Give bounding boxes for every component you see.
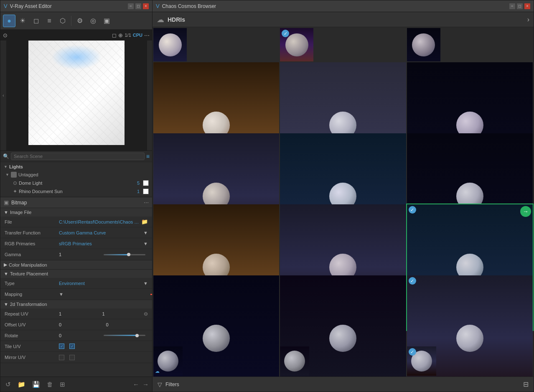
lights-tab[interactable]: ● bbox=[3, 15, 15, 27]
props-titlebar: ▣ Bitmap ⋯ bbox=[0, 197, 152, 208]
rgb-primaries-value: sRGB Primaries bbox=[59, 241, 143, 246]
mapping-label: Mapping bbox=[5, 292, 59, 297]
color-manip-chevron: ▶ bbox=[4, 262, 7, 267]
item-9-check-badge: ✓ bbox=[409, 206, 416, 214]
filters-icon: ▽ bbox=[158, 381, 162, 388]
vray-close-button[interactable]: × bbox=[143, 3, 149, 9]
item-15-check-badge: ✓ bbox=[409, 348, 416, 356]
forward-button[interactable]: → bbox=[142, 381, 149, 388]
rhino-doc-sun-item[interactable]: ✦ Rhino Document Sun 1 bbox=[0, 187, 152, 196]
delete-button[interactable]: 🗑 bbox=[45, 379, 55, 389]
2d-transform-label: 2d Transformation bbox=[10, 302, 47, 307]
repeat-uv-row: Repeat U/V 1 1 ⊖ bbox=[0, 308, 152, 319]
mapping-arrow-annotation bbox=[150, 291, 152, 298]
scene-search-bar: 🔍 ≡ bbox=[0, 151, 152, 162]
filters-label: Filters bbox=[165, 382, 520, 387]
vray-bottom-bar: ↺ 📁 💾 🗑 ⊞ ← → bbox=[0, 377, 152, 392]
hdri-item-15[interactable]: ✓ bbox=[407, 346, 436, 376]
open-button[interactable]: 📁 bbox=[16, 379, 27, 390]
vray-maximize-button[interactable]: □ bbox=[135, 3, 141, 9]
cosmos-minimize-button[interactable]: − bbox=[509, 3, 515, 9]
output-tab[interactable]: ▣ bbox=[100, 15, 113, 27]
image-file-section: ▼ Image File File C:\Users\Rentasf\Docum… bbox=[0, 208, 152, 260]
rhino-sun-swatch[interactable] bbox=[143, 188, 149, 194]
vray-minimize-button[interactable]: − bbox=[128, 3, 134, 9]
tile-u-checkbox[interactable]: ✓ bbox=[59, 344, 64, 349]
gamma-slider-thumb bbox=[127, 253, 130, 256]
file-path-value: C:\Users\Rentasf\Documents\Chaos Cosmo..… bbox=[59, 219, 141, 224]
back-button[interactable]: ← bbox=[133, 381, 139, 388]
cosmos-close-button[interactable]: × bbox=[524, 3, 530, 9]
viewport-right-collapse[interactable] bbox=[147, 41, 152, 150]
render-tab[interactable]: ◎ bbox=[87, 15, 99, 27]
dome-light-swatch[interactable] bbox=[143, 180, 149, 186]
sphere-thumb-12 bbox=[456, 325, 483, 352]
cosmos-titlebar: V Chaos Cosmos Browser − □ × bbox=[153, 0, 534, 12]
image-file-header[interactable]: ▼ Image File bbox=[0, 208, 152, 216]
repeat-link-icon: ⊖ bbox=[144, 311, 148, 317]
viewport-camera-icon[interactable]: ⊙ bbox=[3, 32, 8, 38]
viewport-resolution: 1/1 bbox=[125, 33, 131, 38]
viewport-left-collapse[interactable]: ‹ bbox=[0, 41, 6, 150]
color-manipulation-header[interactable]: ▶ Color Manipulation bbox=[0, 260, 152, 269]
bitmap-icon: ▣ bbox=[4, 199, 9, 206]
cosmos-logo-icon: V bbox=[156, 3, 160, 9]
item-9-action-button[interactable]: → bbox=[520, 206, 531, 217]
add-button[interactable]: ⊞ bbox=[58, 379, 67, 390]
sphere-thumb-10 bbox=[203, 325, 230, 352]
2d-transform-header[interactable]: ▼ 2d Transformation bbox=[0, 300, 152, 308]
settings-tab[interactable]: ⚙ bbox=[74, 15, 86, 27]
repeat-v-value: 1 bbox=[102, 311, 141, 316]
image-file-chevron: ▼ bbox=[4, 210, 8, 215]
mapping-dropdown-arrow[interactable]: ▼ bbox=[59, 292, 64, 297]
mirror-v-checkbox[interactable] bbox=[69, 355, 75, 360]
viewport-cpu-label: CPU bbox=[133, 33, 142, 38]
mirror-u-checkbox[interactable] bbox=[59, 355, 64, 360]
sphere-thumb-14 bbox=[284, 351, 305, 372]
hdri-item-14[interactable] bbox=[280, 346, 309, 376]
view-toggle-button[interactable]: ⊟ bbox=[523, 380, 529, 388]
lights-untagged-group[interactable]: ▼ Untagged bbox=[0, 171, 152, 179]
cosmos-expand-button[interactable]: › bbox=[527, 16, 529, 23]
hdri-item-13[interactable]: ☁ bbox=[153, 346, 183, 376]
hdri-item-top-3[interactable] bbox=[407, 28, 440, 61]
hdri-item-top-1[interactable] bbox=[153, 28, 187, 61]
viewport-frame-icon[interactable]: ◻ bbox=[112, 32, 117, 38]
texture-placement-chevron: ▼ bbox=[4, 271, 8, 276]
viewport-right-icons: ◻ ⊕ 1/1 CPU ⋯ bbox=[112, 32, 150, 38]
transfer-fn-dropdown[interactable]: ▼ bbox=[143, 230, 148, 235]
cosmos-maximize-button[interactable]: □ bbox=[517, 3, 523, 9]
hdri-item-top-2[interactable]: ✓ bbox=[280, 28, 313, 61]
dome-light-icon: ⊙ bbox=[13, 180, 17, 186]
dome-light-item[interactable]: ⊙ Dome Light 5 bbox=[0, 179, 152, 187]
geometry-tab[interactable]: ◻ bbox=[30, 15, 42, 27]
save-button[interactable]: 💾 bbox=[31, 379, 42, 390]
rotate-label: Rotate bbox=[5, 333, 59, 338]
gamma-label: Gamma bbox=[5, 252, 59, 257]
sun-tab[interactable]: ☀ bbox=[16, 15, 29, 27]
viewport-stereo-icon[interactable]: ⊕ bbox=[118, 32, 123, 38]
texture-placement-header[interactable]: ▼ Texture Placement bbox=[0, 270, 152, 278]
search-input[interactable] bbox=[11, 153, 145, 160]
filter-toggle-button[interactable]: ≡ bbox=[146, 153, 150, 160]
reset-button[interactable]: ↺ bbox=[4, 379, 13, 390]
layers-tab[interactable]: ≡ bbox=[43, 15, 56, 27]
sphere-2 bbox=[285, 33, 308, 56]
file-label: File bbox=[5, 219, 59, 224]
cosmos-topbar: ☁ HDRIs › bbox=[153, 12, 534, 27]
browse-file-button[interactable]: 📁 bbox=[141, 219, 148, 225]
rotate-slider[interactable] bbox=[104, 335, 146, 336]
rgb-primaries-row: RGB Primaries sRGB Primaries ▼ bbox=[0, 238, 152, 249]
materials-tab[interactable]: ⬡ bbox=[56, 15, 69, 27]
rotate-row: Rotate 0 bbox=[0, 330, 152, 341]
rgb-primaries-dropdown[interactable]: ▼ bbox=[143, 241, 148, 246]
rhino-sun-icon: ✦ bbox=[13, 188, 17, 194]
color-manip-label: Color Manipulation bbox=[9, 262, 47, 267]
type-dropdown[interactable]: ▼ bbox=[143, 281, 148, 286]
tile-v-checkbox[interactable]: ✓ bbox=[69, 344, 75, 349]
props-menu-button[interactable]: ⋯ bbox=[144, 200, 149, 206]
viewport-more-icon[interactable]: ⋯ bbox=[144, 32, 150, 38]
transfer-fn-label: Transfer Function bbox=[5, 230, 59, 235]
gamma-slider[interactable] bbox=[104, 254, 146, 255]
lights-section-header[interactable]: ▼ Lights bbox=[0, 163, 152, 171]
